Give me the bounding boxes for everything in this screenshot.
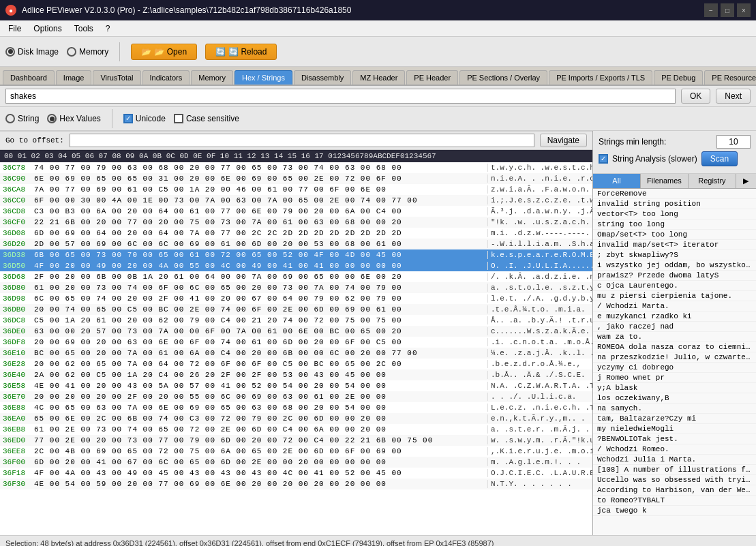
unicode-option[interactable]: Unicode	[123, 114, 166, 123]
string-list-item[interactable]: Omap/set<T> too long	[593, 230, 756, 240]
hex-values-option[interactable]: Hex Values	[47, 114, 100, 123]
tab-memory[interactable]: Memory	[191, 70, 233, 85]
string-list-item[interactable]: prawisz? Przede dwoma latyS	[593, 271, 756, 281]
string-list-item[interactable]: ; zbyt skwapliwy?S	[593, 250, 756, 260]
tab-dashboard[interactable]: Dashboard	[3, 70, 55, 85]
tab-pe-header[interactable]: PE Header	[406, 70, 458, 85]
hex-row[interactable]: 36ED077 00 2E 00 20 00 73 00 77 00 79 00…	[0, 435, 592, 446]
menu-tools[interactable]: Tools	[69, 22, 99, 35]
hex-row[interactable]: 36C7874 00 77 00 79 00 63 00 68 00 20 00…	[0, 162, 592, 173]
tab-mz-header[interactable]: MZ Header	[352, 70, 405, 85]
hex-row[interactable]: 36D8061 00 20 00 73 00 74 00 6F 00 6C 00…	[0, 282, 592, 293]
maximize-button[interactable]: □	[721, 3, 734, 17]
string-list-item[interactable]: ?BENWOLIOTak jest.	[593, 434, 756, 444]
string-list-item[interactable]: invalid map/set<T> iterator	[593, 240, 756, 250]
hex-row[interactable]: 36E2820 00 62 00 65 00 7A 00 64 00 72 00…	[0, 359, 592, 369]
menu-file[interactable]: File	[3, 22, 27, 35]
string-list-item[interactable]: i wszystko jej oddam, bo wszystkoO...	[593, 260, 756, 271]
string-list-item[interactable]: tam, Baltazarze?Czy mi	[593, 414, 756, 424]
tab-indicators[interactable]: Indicators	[142, 70, 190, 85]
rtab-all[interactable]: All	[593, 174, 641, 188]
rtab-registry[interactable]: Registry	[689, 174, 736, 188]
hex-row[interactable]: 36CC06F 00 00 30 00 4A 00 1E 00 73 00 7A…	[0, 195, 592, 206]
menu-options[interactable]: Options	[28, 22, 67, 35]
minimize-button[interactable]: −	[704, 3, 718, 17]
open-button[interactable]: 📂 📂 Open	[131, 44, 197, 60]
hex-row[interactable]: 36E7020 00 20 00 20 00 2F 00 20 00 55 00…	[0, 391, 592, 402]
tab-disassembly[interactable]: Disassembly	[294, 70, 351, 85]
hex-body[interactable]: 36C7874 00 77 00 79 00 63 00 68 00 20 00…	[0, 162, 592, 535]
string-list-item[interactable]: my nieledwieMogli	[593, 424, 756, 434]
rtab-more[interactable]: ▶	[736, 174, 756, 188]
hex-row[interactable]: 36D504F 00 20 00 49 00 20 00 4A 00 55 00…	[0, 260, 592, 271]
hex-row[interactable]: 36D386B 00 65 00 73 00 70 00 65 00 61 00…	[0, 249, 592, 260]
memory-radio[interactable]	[67, 47, 76, 57]
hex-values-radio[interactable]	[47, 114, 57, 123]
hex-row[interactable]: 36D086D 00 69 00 64 00 20 00 64 00 7A 00…	[0, 228, 592, 239]
string-list-item[interactable]: c Ojca Laurentego.	[593, 281, 756, 291]
tab-hex-strings[interactable]: Hex / Strings	[235, 70, 292, 85]
next-button[interactable]: Next	[716, 89, 751, 104]
hex-row[interactable]: 36EB861 00 2E 00 73 00 74 00 65 00 72 00…	[0, 424, 592, 435]
string-radio[interactable]	[5, 114, 15, 123]
string-list-item[interactable]: e muzykanci rzadko ki	[593, 312, 756, 322]
memory-option[interactable]: Memory	[67, 47, 108, 57]
string-list-item[interactable]: mu z piersi cierpienia tajone.	[593, 291, 756, 301]
string-list-item[interactable]: [108] A number of illustrations from ...	[593, 465, 756, 475]
disk-image-radio[interactable]	[5, 47, 15, 57]
string-option[interactable]: String	[5, 114, 39, 123]
hex-row[interactable]: 36E584E 00 41 00 20 00 43 00 5A 00 57 00…	[0, 380, 592, 391]
hex-row[interactable]: 36EE82C 00 4B 00 69 00 65 00 72 00 75 00…	[0, 446, 592, 457]
string-list-item[interactable]: vector<T> too long	[593, 209, 756, 219]
hex-row[interactable]: 36DF820 00 69 00 20 00 63 00 6E 00 6F 00…	[0, 337, 592, 348]
hex-row[interactable]: 36CD8C3 00 B3 00 6A 00 20 00 64 00 61 00…	[0, 206, 592, 217]
tab-pe-sections[interactable]: PE Sections / Overlay	[459, 70, 547, 85]
menu-help[interactable]: ?	[100, 22, 116, 35]
string-list-item[interactable]: j Romeo wnet pr	[593, 373, 756, 383]
string-list-item[interactable]: Wchodzi Julia i Marta.	[593, 455, 756, 465]
navigate-button[interactable]: Navigate	[540, 134, 587, 147]
unicode-checkbox[interactable]	[123, 114, 133, 123]
string-list-item[interactable]: / Wchodzi Romeo.	[593, 444, 756, 455]
tab-image[interactable]: Image	[56, 70, 92, 85]
string-list-item[interactable]: According to Harbison, van der Wey...	[593, 485, 756, 496]
goto-input[interactable]	[70, 134, 534, 147]
string-list-item[interactable]: ForceRemove	[593, 189, 756, 199]
hex-row[interactable]: 36DB020 00 74 00 65 00 C5 00 BC 00 2E 00…	[0, 304, 592, 315]
hex-row[interactable]: 36C906E 00 69 00 65 00 65 00 31 00 20 00…	[0, 173, 592, 184]
string-list-item[interactable]: jca twego k	[593, 506, 756, 516]
strings-list[interactable]: ForceRemoveinvalid string positionvector…	[593, 189, 756, 535]
rtab-filenames[interactable]: Filenames	[641, 174, 689, 188]
case-sensitive-option[interactable]: Case sensitive	[174, 114, 239, 123]
string-list-item[interactable]: na przeszkodzie! Julio, w czwartek z ...	[593, 352, 756, 363]
scan-button[interactable]: Scan	[701, 151, 738, 166]
string-list-item[interactable]: y;A blask	[593, 383, 756, 393]
reload-button[interactable]: 🔄 🔄 Reload	[205, 44, 277, 60]
hex-row[interactable]: 36F006D 00 20 00 41 00 67 00 6C 00 65 00…	[0, 457, 592, 468]
string-list-item[interactable]: yczymy ci dobrego	[593, 363, 756, 373]
string-list-item[interactable]: Uccello was so obsessed with trying ...	[593, 475, 756, 485]
string-list-item[interactable]: wam za to.	[593, 332, 756, 342]
tab-pe-debug[interactable]: PE Debug	[654, 70, 703, 85]
search-input[interactable]	[5, 89, 676, 104]
hex-row[interactable]: 36F184F 00 4A 00 43 00 49 00 45 00 43 00…	[0, 468, 592, 479]
string-analysis-checkbox[interactable]	[599, 154, 608, 164]
string-list-item[interactable]: na samych.	[593, 404, 756, 414]
strings-min-length-input[interactable]	[716, 135, 751, 149]
hex-row[interactable]: 36E10BC 00 65 00 20 00 7A 00 61 00 6A 00…	[0, 348, 592, 359]
titlebar-controls[interactable]: − □ ×	[704, 3, 751, 17]
string-list-item[interactable]: to Romeo?TYBALT	[593, 496, 756, 506]
hex-row[interactable]: 36F304E 00 54 00 59 00 20 00 77 00 69 00…	[0, 479, 592, 489]
string-list-item[interactable]: ROMEOA dola nasza coraz to ciemni...	[593, 342, 756, 352]
tab-virustotal[interactable]: VirusTotal	[93, 70, 140, 85]
ok-button[interactable]: OK	[681, 89, 710, 104]
hex-row[interactable]: 36D202D 00 57 00 69 00 6C 00 6C 00 69 00…	[0, 239, 592, 249]
hex-row[interactable]: 36E402A 00 62 00 C5 00 1A 20 C4 00 26 20…	[0, 369, 592, 380]
hex-row[interactable]: 36D682F 00 20 00 6B 00 0B 1A 20 61 00 64…	[0, 271, 592, 282]
string-list-item[interactable]: string too long	[593, 219, 756, 230]
tab-pe-resources[interactable]: PE Resources	[704, 70, 756, 85]
hex-row[interactable]: 36EA065 00 6E 00 2C 00 6B 00 74 00 C3 00…	[0, 413, 592, 424]
hex-row[interactable]: 36DE063 00 00 20 57 00 73 00 7A 00 00 6F…	[0, 326, 592, 337]
string-list-item[interactable]: los oczekiwany,B	[593, 393, 756, 404]
close-button[interactable]: ×	[737, 3, 751, 17]
